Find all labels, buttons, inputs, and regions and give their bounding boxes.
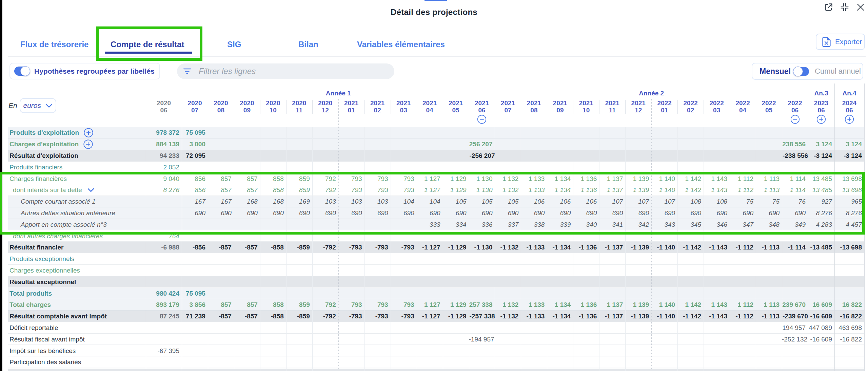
filter-placeholder: Filtrer les lignes xyxy=(199,67,256,76)
table-cell: 690 xyxy=(625,207,651,219)
table-cell: -67 395 xyxy=(146,345,182,357)
column-header-2024-06: 2024 06 xyxy=(842,100,856,114)
table-cell: 792 xyxy=(312,184,338,196)
table-cell: 104 xyxy=(417,196,443,207)
close-icon[interactable] xyxy=(856,2,865,12)
plus-circle-icon[interactable] xyxy=(83,140,93,149)
column-header-2021-11: 2021 11 xyxy=(605,100,619,114)
table-cell: 339 xyxy=(547,219,573,230)
table-cell: 857 xyxy=(208,173,234,185)
table-cell: 1 133 xyxy=(521,173,547,185)
tab-bilan[interactable]: Bilan xyxy=(298,40,318,50)
collapse-icon[interactable] xyxy=(840,2,849,12)
table-cell: -1 137 xyxy=(599,242,625,253)
plus-circle-icon[interactable] xyxy=(84,128,93,137)
table-cell: 167 xyxy=(208,196,234,207)
table-cell: -793 xyxy=(364,242,391,253)
column-header-2022-04: 2022 04 xyxy=(735,100,750,114)
table-cell: -1 139 xyxy=(625,311,651,322)
table-cell: 1 114 xyxy=(782,184,808,196)
table-cell: -252 132 xyxy=(782,334,808,345)
view-mode-toggle[interactable] xyxy=(793,67,809,76)
table-cell: -1 142 xyxy=(677,311,704,322)
column-expander[interactable] xyxy=(477,115,487,124)
table-cell: -256 207 xyxy=(469,150,495,162)
row-label: Déficit reportable xyxy=(8,322,146,334)
table-cell: 4 283 xyxy=(808,219,834,230)
table-cell: -1 139 xyxy=(625,242,651,253)
table-cell: -857 xyxy=(234,242,260,253)
view-annual-label[interactable]: Cumul annuel xyxy=(815,67,861,76)
table-row: Résultat d'exploitation94 23372 095-256 … xyxy=(8,150,864,162)
table-cell: 856 xyxy=(182,184,208,196)
row-label: Total produits xyxy=(8,288,146,299)
filter-rows-input[interactable]: Filtrer les lignes xyxy=(177,63,394,79)
row-label: Participation des salariés xyxy=(8,356,146,368)
projection-detail-dialog: Détail des projections Flux de trésoreri… xyxy=(0,0,868,371)
table-cell: 690 xyxy=(260,207,286,219)
minus-circle-icon[interactable] xyxy=(477,115,487,124)
table-cell: 257 338 xyxy=(469,299,495,311)
table-cell: 1 143 xyxy=(704,299,730,311)
table-cell: 859 xyxy=(286,173,312,185)
plus-circle-icon[interactable] xyxy=(845,115,854,124)
table-row: Déficit reportable194 957447 089463 698 xyxy=(8,322,864,334)
table-cell: 1 130 xyxy=(469,173,495,185)
export-button[interactable]: Exporter xyxy=(816,34,865,50)
table-cell: 858 xyxy=(260,173,286,185)
table-cell: 75 095 xyxy=(182,288,208,299)
table-cell: 105 xyxy=(469,196,495,207)
table-cell: 793 xyxy=(364,184,391,196)
column-expander[interactable] xyxy=(845,115,854,124)
plus-circle-icon[interactable] xyxy=(817,115,826,124)
open-in-new-icon[interactable] xyxy=(824,2,833,12)
header-separator xyxy=(208,100,208,114)
column-separator xyxy=(234,127,234,371)
table-cell: 690 xyxy=(443,207,469,219)
table-cell: 1 142 xyxy=(677,173,704,185)
table-cell: 334 xyxy=(443,219,469,230)
table-cell: 348 xyxy=(756,219,782,230)
year-boundary-dashed xyxy=(338,99,339,371)
column-header-2021-01: 2021 01 xyxy=(344,100,358,114)
tab-sig[interactable]: SIG xyxy=(227,40,241,50)
table-cell: 1 137 xyxy=(599,184,625,196)
group-by-label-toggle[interactable]: Hypothèses regroupées par libellés xyxy=(9,63,160,79)
tab-flux-de-tresorerie[interactable]: Flux de trésorerie xyxy=(20,40,88,50)
column-expander[interactable] xyxy=(790,115,800,124)
table-cell: 1 137 xyxy=(599,299,625,311)
table-cell: 1 113 xyxy=(756,299,782,311)
table-cell: 16 609 xyxy=(808,299,834,311)
tab-compte-de-resultat[interactable]: Compte de résultat xyxy=(111,40,184,50)
column-header-2022-05: 2022 05 xyxy=(762,100,776,114)
table-cell: 1 133 xyxy=(521,184,547,196)
minus-circle-icon[interactable] xyxy=(790,115,800,124)
table-cell: 338 xyxy=(521,219,547,230)
table-cell: 856 xyxy=(182,173,208,185)
unit-dropdown[interactable]: euros xyxy=(20,98,56,113)
table-cell: -1 112 xyxy=(730,242,756,253)
chevron-down-icon[interactable] xyxy=(87,188,94,192)
filter-lines-icon xyxy=(183,68,191,74)
tab-variables-elementaires[interactable]: Variables élémentaires xyxy=(357,40,445,50)
header-separator xyxy=(521,100,521,114)
table-cell: -16 609 xyxy=(808,311,834,322)
table-row: dont intérêts sur la dette8 276856857857… xyxy=(8,184,864,196)
view-monthly-label[interactable]: Mensuel xyxy=(760,67,791,76)
table-cell: 337 xyxy=(495,219,521,230)
header-separator xyxy=(260,100,260,114)
header-separator xyxy=(677,100,678,114)
header-separator xyxy=(599,100,599,114)
header-separator xyxy=(364,100,365,114)
table-cell: 690 xyxy=(338,207,364,219)
table-cell: 13 485 xyxy=(808,173,834,185)
row-label: Résultat fiscal avant impôt xyxy=(8,334,146,345)
table-cell: -1 129 xyxy=(443,311,469,322)
table-cell: 859 xyxy=(286,184,312,196)
table-cell: 1 143 xyxy=(704,184,730,196)
column-expander[interactable] xyxy=(817,115,826,124)
table-cell: 1 136 xyxy=(573,299,599,311)
toggle-on-switch[interactable] xyxy=(14,67,30,76)
table-cell: -857 xyxy=(208,242,234,253)
table-cell: 690 xyxy=(756,207,782,219)
